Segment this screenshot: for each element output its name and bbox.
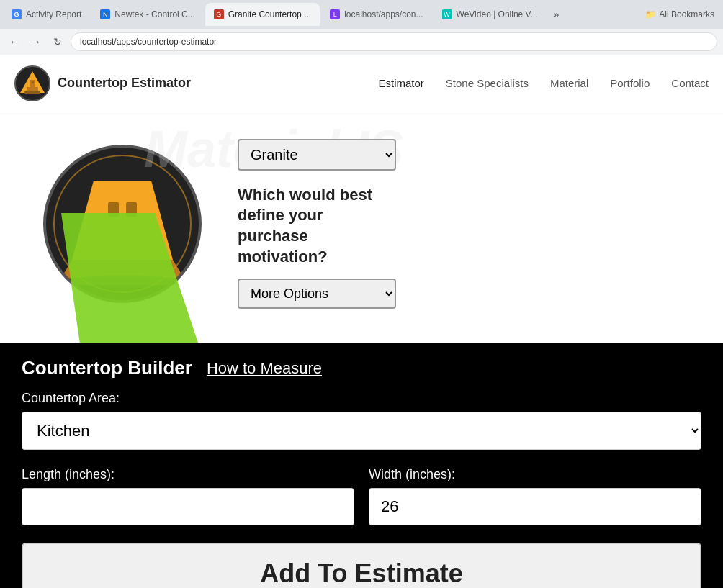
add-to-estimate-button[interactable]: Add To Estimate <box>22 543 701 588</box>
logo-svg <box>14 65 50 101</box>
hero-form: Granite Marble Quartz Quartzite Soapston… <box>223 139 701 309</box>
nav-stone[interactable]: Stone Specialists <box>446 77 529 89</box>
width-input[interactable] <box>369 488 701 525</box>
site-nav: Countertop Estimator Estimator Stone Spe… <box>0 55 723 112</box>
tab-favicon-activity: G <box>12 9 22 19</box>
how-to-measure-link[interactable]: How to Measure <box>207 359 322 378</box>
hero-logo-area <box>22 145 223 303</box>
tab-localhost[interactable]: L localhost/apps/con... <box>321 3 431 26</box>
more-tabs-button[interactable]: » <box>548 9 565 20</box>
tab-favicon-newtek: N <box>100 9 110 19</box>
site-title: Countertop Estimator <box>58 76 191 91</box>
website: Countertop Estimator Estimator Stone Spe… <box>0 55 723 343</box>
hero-logo-image <box>50 152 194 296</box>
back-button[interactable]: ← <box>6 33 23 50</box>
tab-label-activity: Activity Report <box>26 9 81 19</box>
length-label: Length (inches): <box>22 467 354 482</box>
address-bar-row: ← → ↻ localhost/apps/countertop-estimato… <box>0 29 723 55</box>
svg-rect-3 <box>24 91 40 94</box>
hero-logo-circle <box>43 145 202 303</box>
tab-granite[interactable]: G Granite Countertop ... <box>205 3 320 26</box>
motivation-select[interactable]: More Options Best Value Premium Quality … <box>238 279 396 309</box>
section-title: Countertop Builder <box>22 357 192 379</box>
width-label: Width (inches): <box>369 467 701 482</box>
motivation-label: Which would best define your purchase mo… <box>238 185 396 267</box>
tab-label-localhost: localhost/apps/con... <box>344 9 423 19</box>
bookmarks-label: All Bookmarks <box>659 9 714 19</box>
section-header: Countertop Builder How to Measure <box>22 357 701 379</box>
tab-newtek[interactable]: N Newtek - Control C... <box>91 3 203 26</box>
svg-marker-6 <box>72 181 173 260</box>
address-bar[interactable]: localhost/apps/countertop-estimator <box>71 32 717 51</box>
tab-activity[interactable]: G Activity Report <box>3 3 90 26</box>
width-field: Width (inches): <box>369 467 701 525</box>
svg-rect-9 <box>108 202 119 217</box>
tab-favicon-granite: G <box>214 9 224 19</box>
tab-wevideo[interactable]: W WeVideo | Online V... <box>434 3 547 26</box>
svg-rect-5 <box>32 81 34 83</box>
dimensions-row: Length (inches): Width (inches): <box>22 467 701 525</box>
nav-estimator[interactable]: Estimator <box>378 77 423 89</box>
nav-material[interactable]: Material <box>550 77 588 89</box>
browser-chrome: G Activity Report N Newtek - Control C..… <box>0 0 723 55</box>
tab-label-granite: Granite Countertop ... <box>228 9 311 19</box>
bookmarks-button[interactable]: 📁 All Bookmarks <box>639 9 720 19</box>
svg-point-11 <box>65 276 180 287</box>
length-field: Length (inches): <box>22 467 354 525</box>
site-logo: Countertop Estimator <box>14 65 191 101</box>
bottom-section: Countertop Builder How to Measure Counte… <box>0 343 723 588</box>
hero-section: Material IS <box>0 112 723 343</box>
tab-label-wevideo: WeVideo | Online V... <box>457 9 538 19</box>
tab-favicon-wevideo: W <box>442 9 452 19</box>
area-select[interactable]: Kitchen Bathroom Laundry Room Bar Outdoo… <box>22 412 701 450</box>
svg-marker-7 <box>61 260 184 278</box>
nav-portfolio[interactable]: Portfolio <box>610 77 650 89</box>
nav-contact[interactable]: Contact <box>671 77 709 89</box>
nav-links: Estimator Stone Specialists Material Por… <box>378 77 709 89</box>
length-input[interactable] <box>22 488 354 525</box>
forward-button[interactable]: → <box>27 33 45 50</box>
tab-bar: G Activity Report N Newtek - Control C..… <box>0 0 723 29</box>
svg-rect-10 <box>126 202 137 217</box>
tab-favicon-localhost: L <box>330 9 340 19</box>
tab-label-newtek: Newtek - Control C... <box>114 9 194 19</box>
bookmarks-icon: 📁 <box>645 9 656 19</box>
material-select[interactable]: Granite Marble Quartz Quartzite Soapston… <box>238 139 396 171</box>
area-field-label: Countertop Area: <box>22 391 701 406</box>
reload-button[interactable]: ↻ <box>49 33 66 50</box>
address-text: localhost/apps/countertop-estimator <box>80 37 217 47</box>
